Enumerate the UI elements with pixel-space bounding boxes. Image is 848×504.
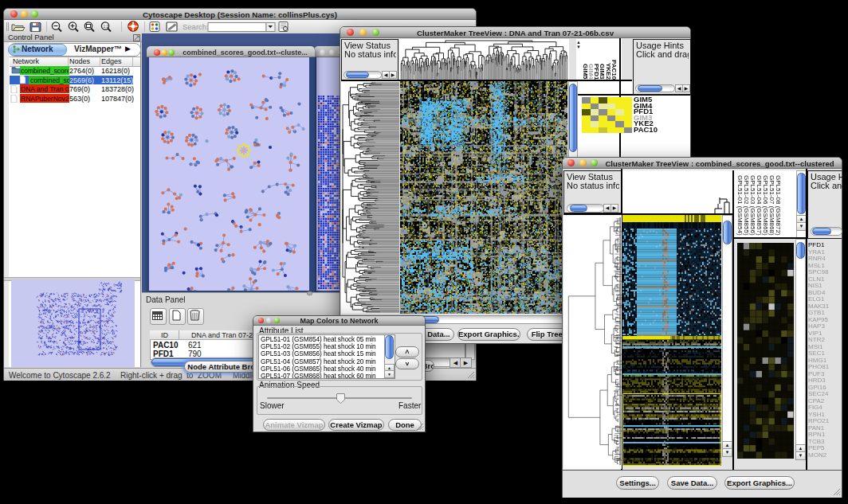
svg-text:Search:: Search:	[183, 22, 209, 31]
svg-text:1:1: 1:1	[104, 25, 109, 29]
